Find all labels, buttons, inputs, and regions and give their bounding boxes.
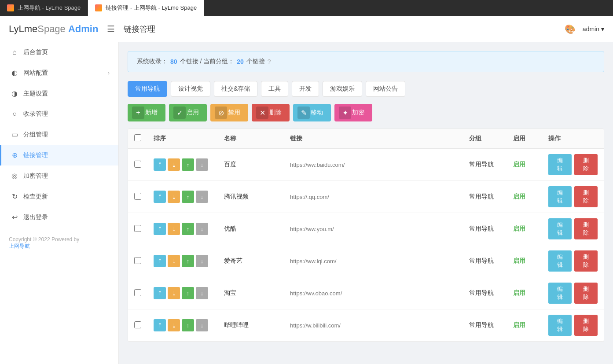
edit-button-0[interactable]: 编辑 — [548, 154, 572, 175]
table-row: ⤒ ⤓ ↑ ↓ 淘宝 https://wv.obao.com/ 常用导航 启用 … — [128, 277, 604, 309]
sort-up-btn-4[interactable]: ↑ — [182, 287, 194, 299]
row-checkbox-5[interactable] — [134, 321, 141, 328]
name-cell-5: 哔哩哔哩 — [218, 309, 284, 342]
row-checkbox-cell — [128, 309, 147, 342]
logo: LyLmeSpage Admin — [9, 23, 98, 35]
sidebar-item-encrypt[interactable]: ◎ 加密管理 — [0, 165, 118, 186]
sort-up-btn-5[interactable]: ↑ — [182, 319, 194, 331]
sort-down-btn-5[interactable]: ↓ — [196, 319, 208, 331]
info-group-suffix: 个链接 — [246, 58, 265, 66]
delete-button-4[interactable]: 删除 — [574, 283, 598, 304]
sort-down-btn-0[interactable]: ↓ — [196, 158, 208, 171]
status-badge-0: 启用 — [513, 161, 525, 168]
palette-icon[interactable]: 🎨 — [565, 24, 576, 34]
select-all-checkbox[interactable] — [134, 134, 141, 141]
row-checkbox-2[interactable] — [134, 225, 141, 232]
tab-design[interactable]: 设计视觉 — [171, 81, 210, 97]
sort-cell-2: ⤒ ⤓ ↑ ↓ — [147, 213, 218, 245]
logout-icon: ↩ — [10, 213, 19, 221]
sort-down-btn-2[interactable]: ↓ — [196, 223, 208, 235]
sidebar-item-group[interactable]: ▭ 分组管理 — [0, 124, 118, 145]
browser-tab-2[interactable]: 链接管理 - 上网导航 - LyLme Spage — [88, 0, 204, 16]
tab-common[interactable]: 常用导航 — [128, 81, 167, 97]
tab-games[interactable]: 游戏娱乐 — [323, 81, 362, 97]
sidebar-label-links: 链接管理 — [23, 151, 110, 159]
name-cell-0: 百度 — [218, 148, 284, 181]
sort-cell-3: ⤒ ⤓ ↑ ↓ — [147, 245, 218, 277]
sort-up-btn-1[interactable]: ↑ — [182, 191, 194, 203]
move-button[interactable]: ✎ 移动 — [293, 104, 331, 121]
disable-icon: ⊘ — [215, 107, 227, 119]
sidebar-item-theme[interactable]: ◑ 主题设置 — [0, 83, 118, 104]
th-op: 操作 — [542, 129, 604, 148]
delete-button-3[interactable]: 删除 — [574, 250, 598, 272]
sidebar-item-update[interactable]: ↻ 检查更新 — [0, 186, 118, 207]
edit-button-5[interactable]: 编辑 — [548, 315, 572, 336]
disable-button[interactable]: ⊘ 禁用 — [210, 104, 248, 121]
menu-toggle-icon[interactable]: ☰ — [105, 22, 117, 36]
tab-tools[interactable]: 工具 — [261, 81, 288, 97]
enable-button[interactable]: ✓ 启用 — [169, 104, 207, 121]
enable-cell-1: 启用 — [507, 181, 542, 213]
dashboard-icon: ⌂ — [10, 48, 19, 56]
sort-bottom-btn-4[interactable]: ⤓ — [168, 287, 180, 299]
group-cell-2: 常用导航 — [463, 213, 507, 245]
sort-buttons-4: ⤒ ⤓ ↑ ↓ — [154, 287, 212, 299]
sidebar-item-links[interactable]: ⊕ 链接管理 — [0, 145, 118, 165]
delete-button-0[interactable]: 删除 — [574, 154, 598, 175]
sort-top-btn-4[interactable]: ⤒ — [154, 287, 166, 299]
sort-bottom-btn-5[interactable]: ⤓ — [168, 319, 180, 331]
delete-button-2[interactable]: 删除 — [574, 218, 598, 239]
batch-delete-button[interactable]: ✕ 删除 — [252, 104, 290, 121]
edit-button-3[interactable]: 编辑 — [548, 250, 572, 272]
sidebar-item-logout[interactable]: ↩ 退出登录 — [0, 207, 118, 228]
row-checkbox-4[interactable] — [134, 289, 141, 296]
tab-announce[interactable]: 网站公告 — [366, 81, 405, 97]
delete-button-1[interactable]: 删除 — [574, 186, 598, 207]
sort-up-btn-2[interactable]: ↑ — [182, 223, 194, 235]
sort-down-btn-3[interactable]: ↓ — [196, 255, 208, 267]
sidebar-item-dashboard[interactable]: ⌂ 后台首页 — [0, 42, 118, 63]
row-checkbox-0[interactable] — [134, 161, 141, 168]
row-checkbox-cell — [128, 181, 147, 213]
sort-top-btn-5[interactable]: ⤒ — [154, 319, 166, 331]
row-checkbox-1[interactable] — [134, 193, 141, 200]
sort-bottom-btn-0[interactable]: ⤓ — [168, 158, 180, 171]
sort-up-btn-3[interactable]: ↑ — [182, 255, 194, 267]
edit-button-2[interactable]: 编辑 — [548, 218, 572, 239]
sidebar-label-update: 检查更新 — [23, 193, 110, 201]
tab-social[interactable]: 社交&存储 — [214, 81, 257, 97]
footer-link[interactable]: 上网导航 — [9, 243, 30, 249]
sort-bottom-btn-2[interactable]: ⤓ — [168, 223, 180, 235]
sort-bottom-btn-1[interactable]: ⤓ — [168, 191, 180, 203]
encrypt-button[interactable]: ✦ 加密 — [334, 104, 372, 121]
sidebar-item-site-config[interactable]: ◐ 网站配置 › — [0, 63, 118, 83]
sidebar: ⌂ 后台首页 ◐ 网站配置 › ◑ 主题设置 ○ 收录管理 ▭ 分组管理 ⊕ — [0, 42, 119, 364]
th-link: 链接 — [284, 129, 463, 148]
page-title: 链接管理 — [124, 24, 155, 34]
sort-top-btn-2[interactable]: ⤒ — [154, 223, 166, 235]
delete-button-5[interactable]: 删除 — [574, 315, 598, 336]
enable-cell-3: 启用 — [507, 245, 542, 277]
link-cell-0: https://ww.baidu.com/ — [284, 148, 463, 181]
help-icon[interactable]: ? — [268, 58, 271, 65]
add-button[interactable]: + 新增 — [128, 104, 165, 121]
sort-down-btn-1[interactable]: ↓ — [196, 191, 208, 203]
row-checkbox-3[interactable] — [134, 257, 141, 264]
edit-button-4[interactable]: 编辑 — [548, 283, 572, 304]
sort-top-btn-3[interactable]: ⤒ — [154, 255, 166, 267]
sort-top-btn-1[interactable]: ⤒ — [154, 191, 166, 203]
admin-menu-button[interactable]: admin ▾ — [583, 26, 604, 33]
logo-lylme: LyLme — [9, 23, 37, 34]
sidebar-label-encrypt: 加密管理 — [23, 172, 110, 180]
browser-tab-1[interactable]: 上网导航 - LyLme Spage — [0, 0, 88, 16]
edit-button-1[interactable]: 编辑 — [548, 186, 572, 207]
sidebar-item-collection[interactable]: ○ 收录管理 — [0, 104, 118, 124]
tab-dev[interactable]: 开发 — [292, 81, 319, 97]
row-checkbox-cell — [128, 277, 147, 309]
sort-top-btn-0[interactable]: ⤒ — [154, 158, 166, 171]
sort-up-btn-0[interactable]: ↑ — [182, 158, 194, 171]
links-table-container: 排序 名称 链接 分组 启用 操作 ⤒ ⤓ ↑ — [128, 129, 604, 342]
sort-down-btn-4[interactable]: ↓ — [196, 287, 208, 299]
sort-bottom-btn-3[interactable]: ⤓ — [168, 255, 180, 267]
